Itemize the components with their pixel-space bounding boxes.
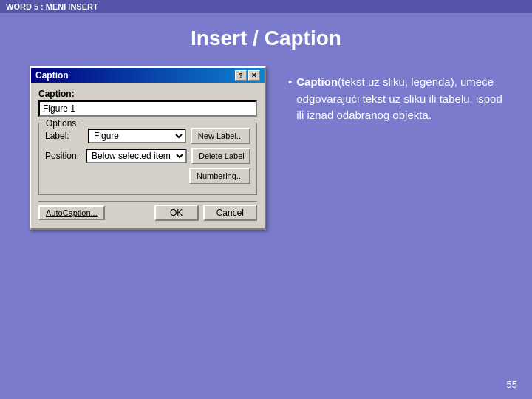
top-bar-label: WORD 5 : MENI INSERT (6, 2, 98, 11)
dialog-footer: AutoCaption... OK Cancel (38, 201, 257, 222)
footer-right-buttons: OK Cancel (154, 205, 257, 221)
position-select[interactable]: Below selected item Above selected item (86, 149, 187, 163)
options-group: Options Label: Figure Table Equation New… (38, 123, 257, 195)
position-row: Position: Below selected item Above sele… (45, 148, 250, 164)
delete-label-button[interactable]: Delete Label (191, 148, 250, 164)
dialog-title: Caption (35, 70, 69, 81)
label-select[interactable]: Figure Table Equation (88, 129, 186, 143)
dialog-body: Caption: Figure 1 Options Label: Figure … (31, 83, 265, 228)
dialog-close-button[interactable]: ✕ (248, 70, 260, 81)
ok-button[interactable]: OK (154, 205, 199, 221)
numbering-row: Numbering... (45, 168, 250, 184)
bullet-item: • Caption(tekst uz sliku, legenda), umeć… (288, 74, 502, 124)
dialog-help-button[interactable]: ? (235, 70, 247, 81)
dialog-titlebar: Caption ? ✕ (31, 68, 265, 83)
main-content: Caption ? ✕ Caption: Figure 1 Options La… (0, 66, 532, 230)
caption-dialog: Caption ? ✕ Caption: Figure 1 Options La… (30, 66, 266, 230)
autocaption-button[interactable]: AutoCaption... (38, 205, 105, 220)
options-legend: Options (44, 118, 78, 129)
page-title: Insert / Caption (0, 27, 532, 50)
page-number: 55 (507, 379, 517, 390)
caption-label: Caption: (38, 89, 257, 99)
text-content: • Caption(tekst uz sliku, legenda), umeć… (288, 66, 502, 124)
position-field-label: Position: (45, 151, 81, 161)
label-row: Label: Figure Table Equation New Label..… (45, 128, 250, 144)
top-bar: WORD 5 : MENI INSERT (0, 0, 532, 13)
new-label-button[interactable]: New Label... (191, 128, 250, 144)
cancel-button[interactable]: Cancel (203, 205, 257, 221)
bullet-text: Caption(tekst uz sliku, legenda), umeće … (296, 74, 502, 124)
caption-bold: Caption (296, 75, 338, 88)
dialog-titlebar-buttons: ? ✕ (235, 70, 260, 81)
numbering-button[interactable]: Numbering... (189, 168, 250, 184)
bullet-dot: • (288, 74, 292, 124)
caption-input[interactable]: Figure 1 (38, 100, 257, 117)
label-field-label: Label: (45, 131, 83, 141)
